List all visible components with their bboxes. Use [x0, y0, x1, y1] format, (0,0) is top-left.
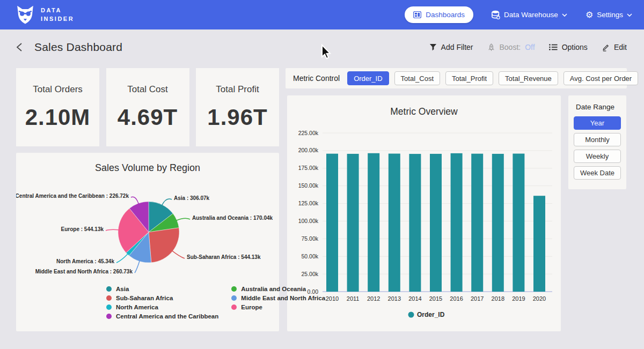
- dashboards-icon: [413, 11, 421, 18]
- pie-label-line: [172, 251, 185, 258]
- date-range-monthly-button[interactable]: Monthly: [574, 133, 621, 146]
- kpi-total-cost: Total Cost 4.69T: [106, 68, 189, 146]
- pie-label-line: [177, 218, 190, 220]
- metric-chip-avg-cost-per-order[interactable]: Avg. Cost per Order: [564, 71, 638, 85]
- bar-2019[interactable]: [513, 154, 524, 292]
- legend-dot: [106, 305, 112, 310]
- pie-label-line: [135, 261, 140, 273]
- legend-dot: [231, 286, 237, 292]
- kpi-label: Total Cost: [127, 84, 168, 95]
- metric-overview-chart: 225.00k200.00k175.00k150.00k125.00k100.0…: [287, 95, 561, 331]
- chevron-down-icon: [562, 13, 567, 17]
- legend-item-europe: Europe: [231, 304, 325, 310]
- top-navbar: DATA INSIDER Dashboards Data Warehouse: [0, 0, 644, 29]
- x-axis-tick-label: 2017: [471, 295, 484, 302]
- pie-slice-label: North America : 45.34k: [56, 258, 114, 264]
- brand-logo[interactable]: DATA INSIDER: [15, 5, 74, 25]
- metric-control-label: Metric Control: [293, 74, 340, 83]
- x-axis-tick-label: 2013: [388, 295, 401, 302]
- y-axis-tick-label: 150.00k: [298, 182, 319, 189]
- pie-label-line: [106, 229, 119, 231]
- x-axis-tick-label: 2014: [408, 295, 421, 302]
- pie-slice-label: Sub-Saharan Africa : 544.13k: [187, 254, 261, 260]
- legend-item-sub-saharan-africa: Sub-Saharan Africa: [106, 295, 218, 301]
- back-icon[interactable]: [16, 42, 23, 52]
- options-list-icon: [549, 43, 558, 51]
- dashboards-button[interactable]: Dashboards: [405, 6, 473, 23]
- edit-button[interactable]: Edit: [602, 43, 627, 51]
- bar-2020[interactable]: [533, 196, 545, 292]
- bar-legend-dot: [408, 312, 414, 318]
- x-axis-tick-label: 2016: [450, 295, 463, 302]
- bar-2016[interactable]: [451, 153, 463, 292]
- y-axis-tick-label: 25.00k: [301, 271, 318, 277]
- legend-dot: [106, 295, 112, 301]
- legend-dot: [106, 314, 112, 319]
- y-axis-tick-label: 200.00k: [298, 147, 319, 153]
- bar-legend-label: Order_ID: [417, 311, 445, 318]
- x-axis-tick-label: 2012: [367, 295, 380, 302]
- metric-chip-total-profit[interactable]: Total_Profit: [445, 71, 493, 85]
- pie-slice-sub-saharan-africa[interactable]: [149, 228, 179, 263]
- kpi-total-orders: Total Orders 2.10M: [16, 68, 99, 146]
- sales-volume-card: Sales Volume by Region Asia : 306.07kAus…: [16, 153, 279, 331]
- settings-menu[interactable]: ⚙ Settings: [586, 11, 632, 19]
- chevron-down-icon: [627, 13, 632, 17]
- date-range-week-date-button[interactable]: Week Date: [574, 166, 621, 180]
- pencil-icon: [602, 43, 610, 51]
- bar-2012[interactable]: [368, 153, 379, 292]
- bar-2015[interactable]: [430, 154, 442, 292]
- y-axis-tick-label: 100.00k: [298, 218, 319, 224]
- date-range-label: Date Range: [576, 103, 621, 111]
- pie-slice-label: Central America and the Caribbean : 226.…: [16, 193, 129, 199]
- boost-state: Off: [525, 43, 535, 51]
- legend-dot: [231, 295, 237, 301]
- y-axis-tick-label: 75.00k: [301, 235, 318, 242]
- bar-2017[interactable]: [471, 154, 483, 292]
- add-filter-button[interactable]: Add Filter: [429, 43, 473, 51]
- kpi-total-profit: Total Profit 1.96T: [196, 68, 279, 146]
- legend-item-middle-east-north-africa: Middle East and North Africa: [231, 295, 325, 301]
- kpi-label: Total Profit: [216, 84, 259, 95]
- x-axis-tick-label: 2020: [533, 295, 546, 302]
- rocket-icon: [487, 43, 495, 51]
- metric-chip-order-id[interactable]: Order_ID: [347, 71, 389, 85]
- x-axis-tick-label: 2010: [326, 295, 339, 302]
- pie-slice-label: Middle East and North Africa : 260.73k: [35, 269, 133, 274]
- page-title: Sales Dashboard: [34, 41, 122, 54]
- date-range-year-button[interactable]: Year: [574, 116, 621, 130]
- gear-icon: ⚙: [586, 11, 593, 19]
- boost-toggle[interactable]: Boost: Off: [487, 43, 535, 51]
- metric-chip-total-revenue[interactable]: Total_Revenue: [499, 71, 558, 85]
- pie-label-line: [116, 254, 128, 263]
- kpi-row: Total Orders 2.10M Total Cost 4.69T Tota…: [16, 68, 279, 146]
- bar-2014[interactable]: [409, 154, 421, 292]
- data-warehouse-menu[interactable]: Data Warehouse: [492, 10, 567, 19]
- page-header: Sales Dashboard Add Filter Boost: Off Op: [0, 29, 644, 65]
- options-button[interactable]: Options: [549, 43, 588, 51]
- legend-dot: [231, 305, 237, 310]
- y-axis-tick-label: 175.00k: [298, 165, 319, 171]
- date-range-weekly-button[interactable]: Weekly: [574, 150, 621, 163]
- metric-overview-card: Metric Overview 225.00k200.00k175.00k150…: [287, 95, 561, 331]
- bar-2018[interactable]: [492, 154, 504, 292]
- x-axis-tick-label: 2019: [512, 295, 525, 302]
- y-axis-tick-label: 50.00k: [301, 253, 318, 259]
- legend-item-north-america: North America: [106, 304, 218, 310]
- x-axis-tick-label: 2015: [429, 295, 442, 302]
- legend-dot: [106, 286, 112, 292]
- database-icon: [492, 10, 500, 19]
- kpi-label: Total Orders: [33, 84, 83, 95]
- bar-2013[interactable]: [389, 154, 400, 292]
- pie-slice-label: Europe : 544.13k: [61, 226, 104, 232]
- y-axis-tick-label: 125.00k: [298, 200, 319, 206]
- y-axis-tick-label: 225.00k: [298, 130, 319, 136]
- kpi-value: 2.10M: [25, 105, 91, 130]
- bar-2011[interactable]: [347, 154, 359, 292]
- metric-control-bar: Metric Control Order_ID Total_Cost Total…: [286, 68, 627, 88]
- legend-item-asia: Asia: [106, 286, 218, 292]
- filter-icon: [429, 43, 437, 51]
- bar-2010[interactable]: [326, 154, 338, 292]
- brand-text: DATA INSIDER: [41, 6, 74, 24]
- metric-chip-total-cost[interactable]: Total_Cost: [394, 71, 440, 85]
